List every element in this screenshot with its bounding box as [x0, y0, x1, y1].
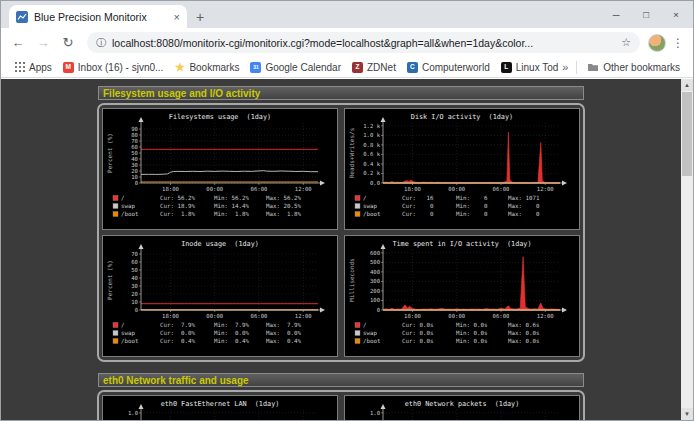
- svg-text:Max: 0.6s: Max: 0.6s: [508, 322, 539, 328]
- svg-text:Min: 0.4%: Min: 0.4%: [214, 338, 249, 344]
- svg-text:Max: 0: Max: 0: [508, 203, 540, 209]
- bookmarks-bar-right: » Other bookmarks: [559, 59, 685, 75]
- graph-filesystems-usage[interactable]: Filesystems usage (1day)Percent (%)01020…: [102, 108, 338, 230]
- linux-today-icon: L: [501, 62, 512, 73]
- maximize-button[interactable]: □: [631, 1, 661, 27]
- svg-text:eth0 FastEthernet LAN (1day): eth0 FastEthernet LAN (1day): [161, 400, 280, 408]
- svg-text:40: 40: [132, 156, 139, 162]
- bookmark-item[interactable]: ★ Bookmarks: [169, 59, 244, 75]
- reload-icon[interactable]: ↻: [57, 32, 79, 54]
- tab-title: Blue Precision Monitorix: [34, 11, 168, 23]
- svg-text:100: 100: [370, 297, 380, 303]
- svg-text:Max: 0.0%: Max: 0.0%: [266, 330, 301, 336]
- svg-text:Cur: 0.0%: Cur: 0.0%: [160, 330, 195, 336]
- scrollbar-down-button[interactable]: ▼: [681, 408, 693, 420]
- svg-text:Min: 0.0s: Min: 0.0s: [456, 330, 487, 336]
- svg-text:0.2 k: 0.2 k: [363, 170, 380, 176]
- bookmark-item[interactable]: C Computerworld: [402, 59, 495, 75]
- bookmark-label: Computerworld: [422, 62, 490, 73]
- svg-text:Min: 7.9%: Min: 7.9%: [214, 322, 249, 328]
- new-tab-button[interactable]: +: [187, 5, 213, 28]
- svg-text:/boot: /boot: [121, 211, 138, 217]
- svg-text:00:00: 00:00: [448, 313, 465, 319]
- svg-text:0: 0: [376, 307, 379, 313]
- scrollbar-thumb[interactable]: [682, 92, 692, 176]
- svg-text:swap: swap: [121, 330, 135, 337]
- svg-text:Time spent in I/O activity (1: Time spent in I/O activity (1day): [392, 240, 531, 248]
- svg-text:06:00: 06:00: [251, 186, 268, 192]
- svg-text:Disk I/O activity (1day): Disk I/O activity (1day): [411, 113, 513, 121]
- svg-text:Cur: 16: Cur: 16: [402, 195, 434, 201]
- svg-text:20: 20: [132, 291, 139, 297]
- tab-close-icon[interactable]: ×: [174, 11, 180, 23]
- svg-text:300: 300: [370, 278, 380, 284]
- filesystems-usage-chart: Filesystems usage (1day)Percent (%)01020…: [104, 110, 336, 228]
- svg-text:Cur: 0.0s: Cur: 0.0s: [402, 338, 433, 344]
- bookmark-label: ZDNet: [367, 62, 396, 73]
- page-info-icon[interactable]: ⓘ: [96, 36, 106, 50]
- close-button[interactable]: ×: [661, 1, 691, 27]
- address-bar[interactable]: ⓘ localhost:8080/monitorix-cgi/monitorix…: [87, 32, 640, 53]
- svg-text:Cur: 0.0s: Cur: 0.0s: [402, 322, 433, 328]
- svg-text:Min: 56.2%: Min: 56.2%: [214, 195, 249, 201]
- bookmarks-items: Apps M Inbox (16) - sjvn0... ★ Bookmarks…: [9, 59, 558, 75]
- browser-tab[interactable]: Blue Precision Monitorix ×: [9, 5, 187, 28]
- computerworld-icon: C: [407, 62, 418, 73]
- svg-text:Cur: 0: Cur: 0: [402, 211, 434, 217]
- svg-text:Reads+Writes/s: Reads+Writes/s: [348, 127, 355, 178]
- svg-text:Max: 7.9%: Max: 7.9%: [266, 322, 301, 328]
- svg-text:0: 0: [135, 180, 138, 186]
- graph-inode-usage[interactable]: Inode usage (1day)Percent (%)01020304050…: [102, 235, 338, 357]
- svg-text:500: 500: [370, 259, 380, 265]
- graph-eth0-traffic[interactable]: eth0 FastEthernet LAN (1day)0.00.20.40.6…: [102, 395, 338, 420]
- svg-text:400: 400: [370, 269, 380, 275]
- svg-text:12:00: 12:00: [295, 313, 312, 319]
- svg-text:/boot: /boot: [363, 211, 380, 217]
- bookmark-star-icon[interactable]: ☆: [621, 36, 631, 49]
- svg-text:20: 20: [132, 168, 139, 174]
- back-icon[interactable]: ←: [7, 32, 29, 54]
- svg-text:18:00: 18:00: [162, 186, 179, 192]
- bookmark-item[interactable]: Apps: [9, 59, 57, 75]
- bookmarks-bar: Apps M Inbox (16) - sjvn0... ★ Bookmarks…: [1, 57, 693, 78]
- graph-eth0-packets[interactable]: eth0 Network packets (1day)0.00.20.40.60…: [344, 395, 580, 420]
- page-scrollbar[interactable]: ▲ ▼: [681, 79, 693, 420]
- bookmarks-overflow-icon[interactable]: »: [559, 61, 571, 73]
- svg-text:70: 70: [132, 251, 139, 257]
- bookmark-item[interactable]: 31 Google Calendar: [245, 59, 346, 75]
- svg-text:swap: swap: [363, 203, 377, 210]
- svg-text:Min: 0: Min: 0: [456, 211, 488, 217]
- svg-text:Percent (%): Percent (%): [106, 260, 113, 300]
- graph-disk-io-activity[interactable]: Disk I/O activity (1day)Reads+Writes/s0.…: [344, 108, 580, 230]
- url-text[interactable]: localhost:8080/monitorix-cgi/monitorix.c…: [112, 37, 615, 49]
- other-bookmarks-button[interactable]: Other bookmarks: [582, 59, 685, 75]
- page-content: Filesystem usage and I/O activity Filesy…: [1, 79, 693, 420]
- svg-text:Min: 14.4%: Min: 14.4%: [214, 203, 249, 209]
- svg-text:Cur: 18.9%: Cur: 18.9%: [160, 203, 195, 209]
- bookmark-item[interactable]: M Inbox (16) - sjvn0...: [58, 59, 169, 75]
- filesystem-graphs-frame: Filesystems usage (1day)Percent (%)01020…: [97, 103, 585, 362]
- graph-time-spent-io[interactable]: Time spent in I/O activity (1day)Millise…: [344, 235, 580, 357]
- svg-text:0: 0: [135, 307, 138, 313]
- svg-text:90: 90: [132, 126, 139, 132]
- svg-text:/boot: /boot: [363, 338, 380, 344]
- svg-text:Cur: 56.2%: Cur: 56.2%: [160, 195, 195, 201]
- svg-text:0.8 k: 0.8 k: [363, 142, 380, 148]
- scrollbar-up-button[interactable]: ▲: [681, 79, 693, 91]
- eth0-packets-chart: eth0 Network packets (1day)0.00.20.40.60…: [346, 397, 578, 420]
- svg-text:swap: swap: [121, 203, 135, 210]
- svg-text:200: 200: [370, 288, 380, 294]
- bookmark-item[interactable]: Z ZDNet: [347, 59, 401, 75]
- svg-text:1.0: 1.0: [128, 410, 138, 416]
- browser-menu-icon[interactable]: ⋮: [669, 32, 687, 54]
- svg-text:1.0: 1.0: [370, 410, 380, 416]
- minimize-button[interactable]: ─: [601, 1, 631, 27]
- svg-text:/: /: [121, 322, 125, 328]
- profile-avatar[interactable]: [648, 34, 666, 52]
- section-header-filesystem: Filesystem usage and I/O activity: [98, 86, 584, 100]
- bookmark-item[interactable]: L Linux Today: [496, 59, 558, 75]
- svg-text:10: 10: [132, 299, 139, 305]
- forward-icon[interactable]: →: [32, 32, 54, 54]
- svg-text:Cur: 7.9%: Cur: 7.9%: [160, 322, 195, 328]
- svg-text:Filesystems usage (1day): Filesystems usage (1day): [169, 113, 271, 121]
